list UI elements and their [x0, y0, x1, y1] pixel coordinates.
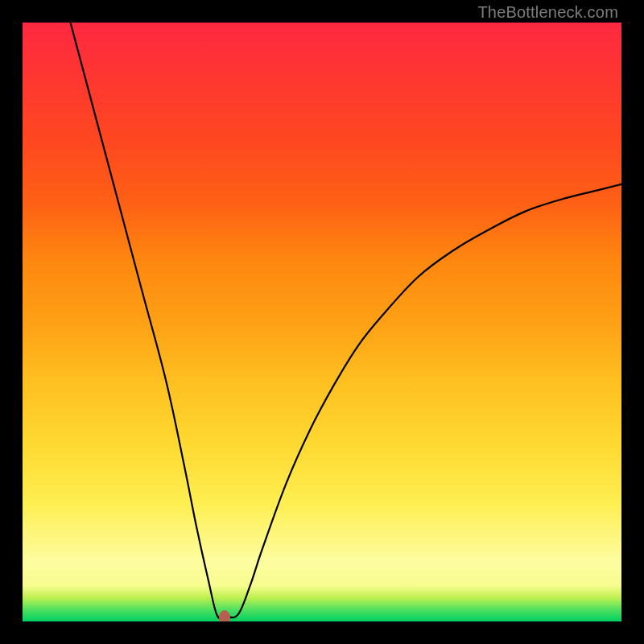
bottleneck-curve [23, 23, 621, 621]
minimum-marker [219, 610, 230, 621]
plot-area [23, 23, 621, 621]
watermark-text: TheBottleneck.com [477, 3, 618, 22]
chart-container: TheBottleneck.com [0, 0, 644, 644]
